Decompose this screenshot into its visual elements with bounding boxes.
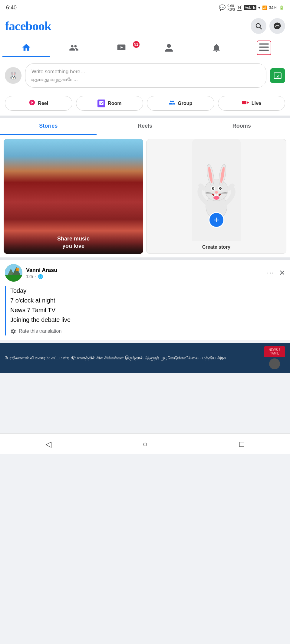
rate-translation-button[interactable]: Rate this translation [10, 325, 285, 335]
room-label: Room [108, 101, 121, 106]
story-card-1[interactable]: Share music you love [4, 139, 143, 254]
reel-label: Reel [38, 101, 48, 106]
post-content: Today - 7 o'clock at night News 7 Tamil … [0, 286, 290, 340]
room-button[interactable]: Room [76, 96, 143, 111]
svg-point-19 [213, 188, 214, 189]
stories-grid: Share music you love [0, 135, 290, 260]
add-photo-button[interactable] [270, 68, 285, 83]
post-privacy-icon: 🌐 [38, 274, 43, 279]
post-time: 12h [26, 274, 33, 279]
battery-icon: 🔋 [279, 5, 284, 10]
svg-rect-30 [5, 275, 22, 282]
group-icon [169, 99, 175, 107]
post-left-bar: Today - 7 o'clock at night News 7 Tamil … [5, 286, 285, 335]
back-button[interactable]: ◁ [39, 438, 58, 450]
post-author-name[interactable]: Vanni Arasu [26, 267, 263, 273]
nav-home[interactable] [2, 39, 50, 57]
nav-friends[interactable] [50, 39, 97, 56]
nav-notifications[interactable] [193, 39, 240, 56]
post-author-avatar[interactable] [5, 264, 22, 282]
news-banner[interactable]: பேரறிவாளன் விவகாரம்: சட்டமன்ற தீர்மானத்த… [0, 343, 290, 373]
svg-point-33 [16, 268, 19, 271]
svg-marker-8 [247, 101, 249, 104]
news7-logo: NEWS 7 TAMIL [264, 346, 285, 357]
post-card: Vanni Arasu 12h · 🌐 ··· ✕ Today - 7 o'cl… [0, 260, 290, 340]
app-header: facebook [0, 15, 290, 37]
stories-section: Stories Reels Rooms Share music you love [0, 118, 290, 260]
nav-menu[interactable] [240, 37, 288, 59]
tab-stories[interactable]: Stories [0, 118, 97, 135]
svg-point-21 [215, 191, 218, 194]
tab-reels[interactable]: Reels [97, 118, 193, 135]
live-icon [242, 100, 249, 107]
more-options-button[interactable]: ··· [267, 269, 274, 277]
post-header: Vanni Arasu 12h · 🌐 ··· ✕ [0, 260, 290, 286]
rate-translation-label: Rate this translation [19, 329, 61, 334]
create-story-label: Create story [199, 241, 234, 253]
svg-point-20 [220, 188, 221, 189]
bottom-navigation: ◁ ○ □ [0, 433, 290, 454]
menu-icon-box [257, 41, 271, 55]
create-story-plus[interactable]: + [209, 212, 224, 228]
navigation-bar: 51 [0, 37, 290, 59]
story-overlay-1: Share music you love [4, 230, 143, 254]
status-icons: 💬 0.68KB/S N VoLTE ▾ 📶 34% 🔋 [219, 4, 284, 11]
plus-icon: + [213, 214, 219, 226]
header-icons [251, 18, 285, 34]
stories-tabs: Stories Reels Rooms [0, 118, 290, 135]
wifi-icon: ▾ [258, 5, 260, 10]
facebook-logo: facebook [5, 19, 51, 33]
close-post-button[interactable]: ✕ [279, 269, 285, 277]
post-meta: 12h · 🌐 [26, 274, 263, 279]
reel-button[interactable]: Reel [5, 96, 72, 111]
nfc-icon: N [237, 5, 242, 11]
status-bar: 6:40 💬 0.68KB/S N VoLTE ▾ 📶 34% 🔋 [0, 0, 290, 15]
svg-rect-7 [242, 101, 246, 104]
action-buttons-row: Reel Room Group Live [0, 92, 290, 118]
svg-rect-4 [259, 43, 269, 44]
story-card-create[interactable]: + Create story [146, 139, 286, 254]
whatsapp-icon: 💬 [219, 4, 226, 11]
nav-watch[interactable]: 51 [97, 39, 145, 56]
news-banner-text: பேரறிவாளன் விவகாரம்: சட்டமன்ற தீர்மானத்த… [5, 355, 261, 361]
reel-icon [29, 99, 35, 107]
svg-point-24 [213, 196, 219, 200]
group-label: Group [178, 101, 192, 106]
recents-button[interactable]: □ [232, 438, 251, 450]
post-composer: 🐰 Write something here… ஏதாவது எழுதலாமே.… [0, 59, 290, 92]
home-button[interactable]: ○ [136, 438, 154, 450]
feed-spacer [0, 373, 290, 433]
composer-input[interactable]: Write something here… ஏதாவது எழுதலாமே... [25, 63, 266, 88]
svg-rect-6 [259, 50, 269, 51]
signal-icon: 📶 [262, 5, 267, 10]
messenger-button[interactable] [269, 18, 285, 34]
group-button[interactable]: Group [147, 96, 214, 111]
svg-line-1 [260, 28, 262, 29]
search-button[interactable] [251, 18, 266, 34]
news-person-avatar [269, 358, 280, 369]
post-time-dot: · [35, 274, 36, 279]
post-line-1: Today - [10, 286, 285, 296]
tab-rooms[interactable]: Rooms [193, 118, 290, 135]
post-line-4: Joining the debate live [10, 315, 285, 325]
watch-badge: 51 [133, 41, 140, 48]
room-icon [97, 100, 105, 107]
post-author-info: Vanni Arasu 12h · 🌐 [26, 267, 263, 279]
status-time: 6:40 [6, 5, 17, 11]
svg-rect-5 [259, 47, 269, 48]
user-avatar: 🐰 [5, 67, 21, 84]
volte-icon: VoLTE [244, 5, 256, 10]
nav-profile[interactable] [145, 39, 193, 56]
live-button[interactable]: Live [218, 96, 285, 111]
post-line-3: News 7 Tamil TV [10, 305, 285, 315]
post-line-2: 7 o'clock at night [10, 296, 285, 305]
post-text: Today - 7 o'clock at night News 7 Tamil … [10, 286, 285, 325]
battery-text: 34% [269, 5, 277, 10]
post-actions-right: ··· ✕ [267, 269, 285, 277]
live-label: Live [252, 101, 261, 106]
data-speed: 0.68KB/S [227, 4, 235, 11]
